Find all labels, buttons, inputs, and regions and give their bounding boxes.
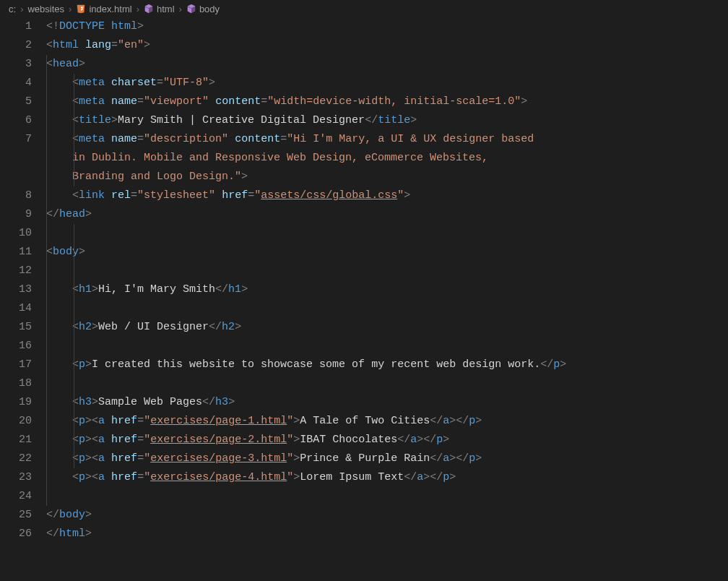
symbol-module-icon xyxy=(144,4,154,14)
code-line[interactable]: </head> xyxy=(46,205,728,224)
code-line[interactable]: <body> xyxy=(46,243,728,262)
code-line[interactable]: <!DOCTYPE html> xyxy=(46,17,728,36)
code-line[interactable]: <p><a href="exercises/page-1.html">A Tal… xyxy=(46,412,728,431)
code-line[interactable] xyxy=(46,487,728,506)
line-number: 8 xyxy=(0,186,32,205)
line-number: 12 xyxy=(0,262,32,280)
code-line[interactable] xyxy=(46,262,728,280)
code-line[interactable]: <title>Mary Smith | Creative Digital Des… xyxy=(46,111,728,130)
breadcrumb-file[interactable]: index.html xyxy=(89,4,131,14)
line-number xyxy=(0,149,32,168)
chevron-right-icon: › xyxy=(179,4,182,14)
file-html-icon xyxy=(76,4,86,14)
line-number: 7 xyxy=(0,130,32,149)
line-number: 19 xyxy=(0,393,32,412)
breadcrumb-element-body[interactable]: body xyxy=(199,4,220,14)
indent-guide xyxy=(74,224,74,468)
line-number: 2 xyxy=(0,36,32,55)
line-number: 5 xyxy=(0,92,32,111)
code-line[interactable] xyxy=(46,299,728,318)
breadcrumb[interactable]: c: › websites › index.html › html › body xyxy=(0,0,728,17)
code-line[interactable]: <p><a href="exercises/page-4.html">Lorem… xyxy=(46,468,728,487)
code-line[interactable]: <p><a href="exercises/page-3.html">Princ… xyxy=(46,449,728,468)
line-number: 14 xyxy=(0,299,32,318)
code-line[interactable]: <meta charset="UTF-8"> xyxy=(46,74,728,92)
line-number: 25 xyxy=(0,506,32,525)
code-line[interactable] xyxy=(46,224,728,243)
line-number: 24 xyxy=(0,487,32,506)
code-area[interactable]: <!DOCTYPE html> <html lang="en"> <head> … xyxy=(46,17,728,543)
code-line[interactable]: <h2>Web / UI Designer</h2> xyxy=(46,318,728,337)
code-line[interactable]: <html lang="en"> xyxy=(46,36,728,55)
code-line[interactable]: <head> xyxy=(46,55,728,74)
line-number: 9 xyxy=(0,205,32,224)
line-number: 1 xyxy=(0,17,32,36)
code-line-wrap[interactable]: in Dublin. Mobile and Responsive Web Des… xyxy=(46,149,728,168)
breadcrumb-folder[interactable]: websites xyxy=(27,4,64,14)
line-number: 4 xyxy=(0,74,32,92)
line-number: 17 xyxy=(0,356,32,374)
code-line[interactable]: <meta name="viewport" content="width=dev… xyxy=(46,92,728,111)
chevron-right-icon: › xyxy=(20,4,23,14)
code-line[interactable]: <meta name="description" content="Hi I'm… xyxy=(46,130,728,149)
code-line-wrap[interactable]: Branding and Logo Design."> xyxy=(46,168,728,186)
line-number xyxy=(0,168,32,186)
line-number: 21 xyxy=(0,431,32,449)
code-line[interactable]: <p><a href="exercises/page-2.html">IBAT … xyxy=(46,431,728,449)
code-line[interactable] xyxy=(46,337,728,356)
line-number: 20 xyxy=(0,412,32,431)
symbol-module-icon xyxy=(186,4,196,14)
chevron-right-icon: › xyxy=(136,4,139,14)
breadcrumb-element-html[interactable]: html xyxy=(157,4,175,14)
code-line[interactable]: <link rel="stylesheet" href="assets/css/… xyxy=(46,186,728,205)
line-number: 26 xyxy=(0,525,32,543)
code-line[interactable] xyxy=(46,374,728,393)
line-number: 10 xyxy=(0,224,32,243)
line-number: 16 xyxy=(0,337,32,356)
indent-guide xyxy=(74,74,74,186)
editor[interactable]: 1 2 3 4 5 6 7 8 9 10 11 12 13 14 15 16 1… xyxy=(0,17,728,543)
breadcrumb-drive[interactable]: c: xyxy=(9,4,16,14)
line-number: 6 xyxy=(0,111,32,130)
line-number: 11 xyxy=(0,243,32,262)
code-line[interactable]: <p>I created this website to showcase so… xyxy=(46,356,728,374)
line-number: 15 xyxy=(0,318,32,337)
line-number: 22 xyxy=(0,449,32,468)
line-number: 23 xyxy=(0,468,32,487)
code-line[interactable]: </html> xyxy=(46,525,728,543)
code-line[interactable]: <h1>Hi, I'm Mary Smith</h1> xyxy=(46,280,728,299)
code-line[interactable]: <h3>Sample Web Pages</h3> xyxy=(46,393,728,412)
code-line[interactable]: </body> xyxy=(46,506,728,525)
line-number-gutter: 1 2 3 4 5 6 7 8 9 10 11 12 13 14 15 16 1… xyxy=(0,17,46,543)
line-number: 13 xyxy=(0,280,32,299)
line-number: 3 xyxy=(0,55,32,74)
chevron-right-icon: › xyxy=(69,4,72,14)
line-number: 18 xyxy=(0,374,32,393)
indent-guide xyxy=(46,55,47,506)
